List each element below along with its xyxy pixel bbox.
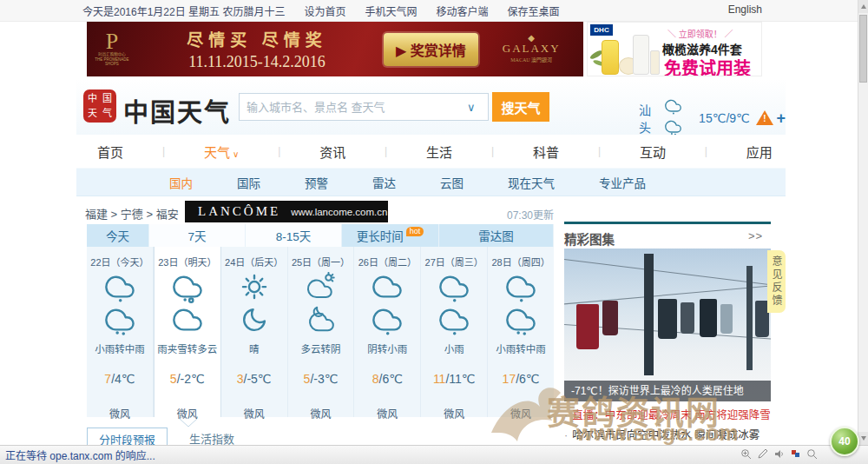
add-city-button[interactable]: +: [776, 109, 786, 128]
breadcrumb[interactable]: 福建 > 宁德 > 福安: [85, 205, 179, 222]
site-name[interactable]: 中国天气: [123, 92, 231, 129]
forecast-day-column[interactable]: 24日（后天）晴3/-5℃微风: [221, 247, 288, 417]
search-input[interactable]: [240, 101, 467, 114]
ad-headline: 尽情买 尽情奖: [153, 27, 361, 50]
photo-pole: [746, 266, 753, 370]
day-label: 26日（周二）: [354, 247, 420, 269]
dhc-ad-banner[interactable]: DHC ＼ 立即领取！ ／ 橄榄滋养4件套 免费试用装: [587, 22, 762, 76]
wind-label: 微风: [354, 406, 420, 421]
main-nav-天气[interactable]: 天气∨: [204, 143, 239, 161]
forecast-tab-今天[interactable]: 今天: [87, 224, 149, 247]
forecast-day-column[interactable]: 26日（周二）阴转小雨8/6℃微风: [354, 247, 421, 417]
english-link[interactable]: English: [728, 3, 762, 16]
scroll-down-button[interactable]: [858, 432, 868, 445]
lancome-ad-banner[interactable]: LANCÔME www.lancome.com.cn: [185, 201, 388, 222]
photo-clothes: [681, 302, 694, 334]
sub-nav-专业产品[interactable]: 专业产品: [599, 174, 646, 191]
main-nav-应用[interactable]: 应用: [746, 143, 773, 161]
temperature-range: 17/6℃: [488, 372, 554, 386]
dhc-offer-line: 免费试用装: [664, 55, 751, 76]
forecast-tab-7天[interactable]: 7天: [149, 224, 246, 247]
forecast-tab-更长时间[interactable]: 更长时间hot: [342, 224, 439, 247]
scroll-up-button[interactable]: [858, 0, 868, 13]
lancome-url: www.lancome.com.cn: [291, 207, 387, 217]
sub-nav-预警[interactable]: 预警: [305, 174, 328, 191]
zoom-icon: [806, 448, 818, 460]
top-bar-link-3[interactable]: 保存至桌面: [507, 3, 559, 18]
sub-nav-雷达[interactable]: 雷达: [372, 174, 396, 191]
top-bar-link-2[interactable]: 移动客户端: [436, 3, 488, 18]
gallery-photo[interactable]: -71℃！探访世界上最冷的人类居住地: [564, 249, 771, 401]
day-weather-icon-cloudy: [354, 272, 420, 305]
low-temp: /4℃: [111, 372, 135, 386]
forecast-day-column[interactable]: 27日（周三）小雨11/11℃微风: [421, 247, 488, 417]
photo-clothes: [700, 299, 717, 337]
main-nav-生活[interactable]: 生活: [426, 143, 452, 161]
sub-nav-现在天气[interactable]: 现在天气: [508, 174, 555, 191]
update-time: 07:30更新: [493, 207, 554, 222]
main-nav-首页[interactable]: 首页: [97, 143, 123, 161]
weather-warning-icon[interactable]: !: [756, 110, 771, 126]
sub-nav-国际[interactable]: 国际: [237, 174, 260, 191]
weather-description: 雨夹雪转多云: [155, 341, 220, 357]
photo-clothes: [658, 299, 677, 339]
dhc-white-bottle: [633, 35, 649, 75]
search-weather-button[interactable]: 搜天气: [492, 92, 549, 122]
gallery-more-link[interactable]: >>: [748, 229, 763, 242]
forecast-day-column[interactable]: 28日（周四）小雨转中雨17/6℃微风: [488, 247, 554, 417]
wind-label: 微风: [221, 406, 287, 421]
day-weather-icon-rain-light: [87, 272, 153, 305]
city-name[interactable]: 汕头: [639, 101, 659, 136]
news-item-0[interactable]: ·直播：中东部迎最冷周末 南方将迎强降雪: [564, 406, 781, 426]
main-nav-资讯[interactable]: 资讯: [319, 143, 345, 161]
scrollbar-thumb[interactable]: [859, 15, 867, 83]
dhc-tagline: ＼ 立即领取！ ／: [667, 27, 733, 40]
main-nav-互动[interactable]: 互动: [640, 143, 666, 161]
seal-char: 国: [102, 94, 112, 103]
news-text: 哈尔滨市民向空中泼热水 瞬间凝成冰雾: [572, 429, 760, 441]
wind-label: 微风: [421, 406, 487, 421]
news-item-1[interactable]: ·哈尔滨市民向空中泼热水 瞬间凝成冰雾: [564, 426, 781, 446]
day-label: 25日（周一）: [288, 247, 354, 269]
nav-divider: |: [598, 145, 601, 157]
page: 今天是2016年1月22日 星期五 农历腊月十三 设为首页手机天气网移动客户端保…: [0, 0, 868, 464]
wind-label: 微风: [288, 406, 354, 421]
forecast-tab-雷达图[interactable]: 雷达图: [439, 224, 554, 247]
nav-divider: |: [705, 145, 707, 157]
dhc-yellow-bottle: [602, 40, 619, 75]
reward-details-button[interactable]: ▶ 奖赏详情: [384, 33, 478, 66]
speed-ball-badge[interactable]: 40: [830, 427, 859, 456]
forecast-day-column[interactable]: 22日（今天）小雨转中雨7/4℃微风: [87, 247, 154, 417]
low-temp: /11℃: [445, 372, 475, 386]
photo-clothes: [602, 301, 618, 335]
weather-description: 阴转小雨: [354, 341, 420, 357]
scrollbar[interactable]: [858, 0, 868, 445]
forecast-day-column[interactable]: 25日（周一）多云转阴5/-3℃微风: [288, 247, 355, 417]
site-logo-seal[interactable]: 中国天气: [83, 89, 116, 123]
day-label: 22日（今天）: [87, 247, 153, 269]
main-nav-科普[interactable]: 科普: [533, 143, 559, 161]
status-bar-icons: [740, 448, 818, 460]
wind-label: 微风: [488, 406, 554, 421]
city-temperature: 15℃/9℃: [699, 111, 750, 125]
search-box: ∨: [239, 93, 489, 121]
weather-description: 小雨转中雨: [87, 341, 153, 357]
forecast-tab-8-15天[interactable]: 8-15天: [246, 224, 342, 247]
seal-char: 气: [102, 109, 112, 118]
top-bar-link-1[interactable]: 手机天气网: [365, 3, 417, 18]
photo-powerline: [564, 257, 771, 290]
night-weather-icon-rain-light: [354, 305, 420, 340]
edit-icon: [757, 448, 768, 460]
status-text: 正在等待 ope.tanx.com 的响应...: [5, 447, 155, 462]
forecast-day-column[interactable]: 23日（明天）雨夹雪转多云5/-2℃微风: [154, 247, 221, 417]
chevron-down-icon[interactable]: ∨: [467, 101, 488, 114]
ad-dates: 11.11.2015-14.2.2016: [153, 53, 361, 71]
sub-nav-云图[interactable]: 云图: [440, 174, 464, 191]
galaxy-ad-banner[interactable]: P 时尚汇购物中心 THE PROMENADE SHOPS 尽情买 尽情奖 11…: [87, 22, 583, 76]
day-label: 24日（后天）: [221, 247, 287, 269]
sub-nav-国内[interactable]: 国内: [169, 174, 193, 191]
feedback-tab[interactable]: 意见反馈: [767, 250, 786, 313]
night-weather-icon-moon: [221, 305, 287, 340]
day-weather-icon-sleet: [155, 272, 220, 305]
top-bar-link-0[interactable]: 设为首页: [304, 3, 345, 18]
